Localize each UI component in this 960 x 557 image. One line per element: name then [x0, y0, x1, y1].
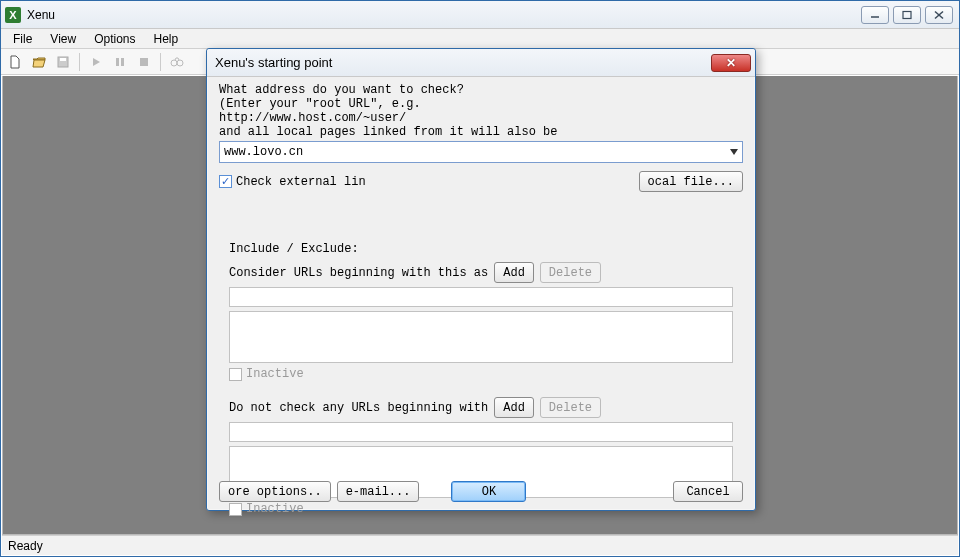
status-text: Ready [8, 539, 43, 553]
check-external-checkbox[interactable] [219, 175, 232, 188]
window-title: Xenu [27, 8, 55, 22]
toolbar-play[interactable] [86, 52, 106, 72]
main-titlebar: Xenu [1, 1, 959, 29]
close-icon [933, 10, 945, 20]
include-list[interactable] [229, 311, 733, 363]
save-icon [56, 55, 70, 69]
email-button[interactable]: e-mail... [337, 481, 420, 502]
menu-help[interactable]: Help [146, 30, 187, 48]
toolbar-pause[interactable] [110, 52, 130, 72]
play-icon [90, 56, 102, 68]
toolbar-find[interactable] [167, 52, 187, 72]
toolbar-separator [79, 53, 80, 71]
url-input[interactable] [220, 145, 726, 159]
minimize-icon [869, 10, 881, 20]
include-label: Consider URLs beginning with this as [229, 266, 488, 280]
ok-button[interactable]: OK [451, 481, 526, 502]
app-icon [5, 7, 21, 23]
include-delete-button[interactable]: Delete [540, 262, 601, 283]
binoculars-icon [170, 55, 184, 69]
include-inactive-checkbox [229, 368, 242, 381]
menu-file[interactable]: File [5, 30, 40, 48]
local-file-button[interactable]: ocal file... [639, 171, 743, 192]
starting-point-dialog: Xenu's starting point ✕ What address do … [206, 48, 756, 511]
url-combobox[interactable] [219, 141, 743, 163]
menu-options[interactable]: Options [86, 30, 143, 48]
toolbar-stop[interactable] [134, 52, 154, 72]
toolbar-new[interactable] [5, 52, 25, 72]
dialog-close-button[interactable]: ✕ [711, 54, 751, 72]
include-inactive-label: Inactive [246, 367, 304, 381]
exclude-input[interactable] [229, 422, 733, 442]
exclude-inactive-label: Inactive [246, 502, 304, 516]
more-options-button[interactable]: ore options.. [219, 481, 331, 502]
dialog-titlebar[interactable]: Xenu's starting point ✕ [207, 49, 755, 77]
stop-icon [138, 56, 150, 68]
close-window-button[interactable] [925, 6, 953, 24]
exclude-add-button[interactable]: Add [494, 397, 534, 418]
toolbar-save[interactable] [53, 52, 73, 72]
include-add-button[interactable]: Add [494, 262, 534, 283]
cancel-button[interactable]: Cancel [673, 481, 743, 502]
maximize-icon [901, 10, 913, 20]
include-exclude-title: Include / Exclude: [229, 242, 733, 256]
chevron-down-icon [730, 149, 738, 155]
include-input[interactable] [229, 287, 733, 307]
menu-view[interactable]: View [42, 30, 84, 48]
svg-rect-1 [903, 11, 911, 18]
exclude-label: Do not check any URLs beginning with [229, 401, 488, 415]
check-external-label: Check external lin [236, 175, 366, 189]
new-file-icon [8, 55, 22, 69]
exclude-delete-button[interactable]: Delete [540, 397, 601, 418]
pause-icon [114, 56, 126, 68]
svg-rect-8 [140, 58, 148, 66]
url-dropdown-arrow[interactable] [726, 142, 742, 162]
dialog-title: Xenu's starting point [215, 55, 332, 70]
close-icon: ✕ [726, 57, 736, 69]
intro-text: What address do you want to check? (Ente… [219, 83, 743, 139]
svg-point-9 [171, 60, 177, 66]
menubar: File View Options Help [1, 29, 959, 49]
svg-rect-5 [60, 58, 66, 61]
minimize-button[interactable] [861, 6, 889, 24]
statusbar: Ready [2, 535, 958, 555]
svg-rect-6 [116, 58, 119, 66]
svg-point-10 [177, 60, 183, 66]
exclude-inactive-checkbox [229, 503, 242, 516]
toolbar-separator [160, 53, 161, 71]
open-folder-icon [32, 55, 46, 69]
maximize-button[interactable] [893, 6, 921, 24]
svg-rect-7 [121, 58, 124, 66]
toolbar-open[interactable] [29, 52, 49, 72]
